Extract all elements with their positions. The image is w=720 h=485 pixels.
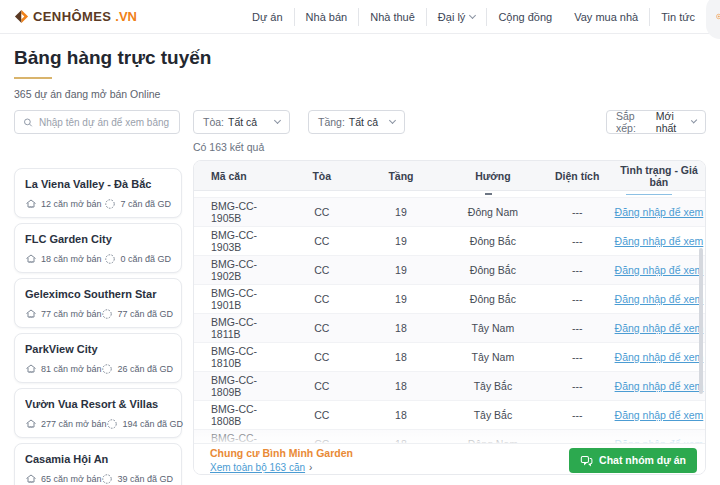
search-icon	[23, 117, 33, 128]
unit-code: BMG-CC-1902B	[194, 258, 286, 282]
building-open-icon	[25, 253, 37, 265]
chat-group-button[interactable]: Chat nhóm dự án	[569, 448, 697, 473]
nav-item[interactable]: Vay mua nhà	[563, 8, 650, 26]
main-content: La Viena Valley - Đà Bắc12 căn mở bán7 c…	[14, 160, 706, 485]
logo-suffix: .VN	[115, 9, 137, 24]
direction: Tây Nam	[444, 351, 541, 363]
area: ---	[541, 293, 613, 305]
unit-code: BMG-CC-1810B	[194, 345, 286, 369]
unit-code: BMG-CC-1905B	[194, 200, 286, 224]
nav-item[interactable]: Nhà thuê	[359, 8, 427, 26]
transacted-units-stat: 39 căn đã GD	[101, 473, 173, 485]
project-search[interactable]	[14, 110, 180, 134]
building-open-icon	[25, 363, 37, 375]
table-row[interactable]: BMG-CC-1808BCC18Tây Bắc---Đăng nhập để x…	[194, 401, 705, 430]
page-title: Bảng hàng trực tuyến	[14, 47, 706, 69]
area: ---	[541, 380, 613, 392]
status-cell: Đăng nhập để xem	[613, 438, 705, 443]
table-row[interactable]: BMG-CC-1809BCC18Tây Bắc---Đăng nhập để x…	[194, 372, 705, 401]
project-card[interactable]: Casamia Hội An65 căn mở bán39 căn đã GD	[14, 443, 182, 485]
table-row[interactable]: BMG-CC-1810BCC18Tây Nam---Đăng nhập để x…	[194, 343, 705, 372]
nav-item[interactable]: Dự án	[241, 8, 295, 26]
sort-value: Mới nhất	[656, 110, 692, 134]
clipped-link-fragment	[626, 194, 672, 196]
header-building: Tòa	[286, 170, 358, 182]
table-row[interactable]: BMG-CC-1901BCC19Đông Bắc---Đăng nhập để …	[194, 285, 705, 314]
project-name: Casamia Hội An	[25, 453, 171, 465]
title-underline	[14, 77, 52, 79]
floor: 19	[358, 206, 445, 218]
header-area: Diện tích	[541, 170, 613, 182]
sort-select[interactable]: Sắp xếp: Mới nhất	[606, 110, 706, 134]
open-units-label: 277 căn mở bán	[41, 419, 106, 429]
view-all-units-link[interactable]: Xem toàn bộ 163 căn	[210, 462, 305, 473]
clipped-previous-row	[194, 191, 705, 198]
nav-item[interactable]: Cộng đồng	[487, 8, 563, 26]
plus-circle-icon	[716, 10, 720, 23]
header-floor: Tầng	[358, 170, 445, 182]
nav-item[interactable]: Đại lý	[427, 8, 488, 26]
transacted-units-label: 26 căn đã GD	[117, 364, 173, 374]
chevron-down-icon	[389, 117, 396, 124]
building-open-icon	[25, 473, 37, 485]
table-scrollbar-thumb[interactable]	[699, 248, 703, 394]
post-listing-button[interactable]: Bán / Cho thuê	[706, 0, 720, 39]
open-units-stat: 77 căn mở bán	[25, 308, 101, 320]
table-row[interactable]: BMG-CC-1807BCC18Đông Nam---Đăng nhập để …	[194, 430, 705, 443]
login-to-view-link[interactable]: Đăng nhập để xem	[615, 409, 704, 421]
clipped-text-fragment	[485, 193, 492, 195]
floor-filter-select[interactable]: Tầng: Tất cả	[308, 110, 405, 134]
login-to-view-link[interactable]: Đăng nhập để xem	[615, 293, 704, 305]
project-card[interactable]: Geleximco Southern Star77 căn mở bán77 c…	[14, 278, 182, 328]
page-subtitle: 365 dự án đang mở bán Online	[14, 88, 706, 100]
building: CC	[286, 264, 358, 276]
project-card[interactable]: ParkView City81 căn mở bán26 căn đã GD	[14, 333, 182, 383]
table-row[interactable]: BMG-CC-1905BCC19Đông Nam---Đăng nhập để …	[194, 198, 705, 227]
project-card[interactable]: La Viena Valley - Đà Bắc12 căn mở bán7 c…	[14, 168, 182, 218]
nav-item[interactable]: Nhà bán	[295, 8, 360, 26]
direction: Đông Nam	[444, 206, 541, 218]
arrow-right-icon: ›	[309, 462, 312, 473]
open-units-label: 12 căn mở bán	[41, 199, 101, 209]
table-row[interactable]: BMG-CC-1811BCC18Tây Nam---Đăng nhập để x…	[194, 314, 705, 343]
unit-code: BMG-CC-1811B	[194, 316, 286, 340]
transacted-units-label: 7 căn đã GD	[120, 199, 171, 209]
nav-right-group: Bán / Cho thuê ★ Vi	[706, 0, 720, 39]
login-to-view-link[interactable]: Đăng nhập để xem	[615, 380, 704, 392]
login-to-view-link[interactable]: Đăng nhập để xem	[615, 235, 704, 247]
project-card[interactable]: Vườn Vua Resort & Villas277 căn mở bán19…	[14, 388, 182, 438]
unit-code: BMG-CC-1807B	[194, 432, 286, 443]
transacted-units-stat: 77 căn đã GD	[101, 308, 173, 320]
current-project-name: Chung cư Bình Minh Garden	[210, 447, 353, 459]
building-filter-label: Tòa:	[203, 116, 224, 128]
floor-filter-value: Tất cả	[349, 116, 378, 128]
floor: 18	[358, 380, 445, 392]
unit-code: BMG-CC-1901B	[194, 287, 286, 311]
deal-done-icon	[104, 198, 116, 210]
direction: Đông Bắc	[444, 264, 541, 276]
direction: Đông Bắc	[444, 293, 541, 305]
building-filter-select[interactable]: Tòa: Tất cả	[193, 110, 290, 134]
open-units-stat: 277 căn mở bán	[25, 418, 106, 430]
login-to-view-link[interactable]: Đăng nhập để xem	[615, 351, 704, 363]
deal-done-icon	[104, 253, 116, 265]
nav-item[interactable]: Tin tức	[650, 8, 706, 26]
login-to-view-link[interactable]: Đăng nhập để xem	[615, 438, 704, 443]
table-row[interactable]: BMG-CC-1903BCC19Đông Bắc---Đăng nhập để …	[194, 227, 705, 256]
building-open-icon	[25, 198, 37, 210]
header-unit-code: Mã căn	[194, 170, 286, 182]
table-row[interactable]: BMG-CC-1902BCC19Đông Bắc---Đăng nhập để …	[194, 256, 705, 285]
building: CC	[286, 351, 358, 363]
project-card[interactable]: FLC Garden City18 căn mở bán0 căn đã GD	[14, 223, 182, 273]
search-input[interactable]	[39, 117, 171, 128]
building: CC	[286, 322, 358, 334]
login-to-view-link[interactable]: Đăng nhập để xem	[615, 322, 704, 334]
login-to-view-link[interactable]: Đăng nhập để xem	[615, 206, 704, 218]
area: ---	[541, 351, 613, 363]
login-to-view-link[interactable]: Đăng nhập để xem	[615, 264, 704, 276]
status-cell: Đăng nhập để xem	[613, 380, 705, 392]
page-header: Bảng hàng trực tuyến 365 dự án đang mở b…	[0, 34, 720, 100]
cenhomes-logo[interactable]: CENHÔMES.VN	[14, 9, 137, 24]
logo-diamond-icon	[14, 9, 29, 24]
project-list: La Viena Valley - Đà Bắc12 căn mở bán7 c…	[14, 160, 182, 485]
